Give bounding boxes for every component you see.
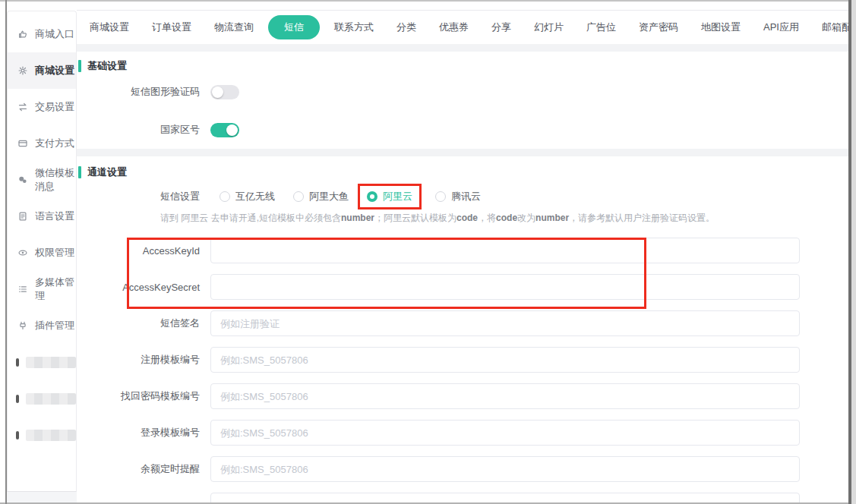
- login-template-input[interactable]: [210, 420, 800, 446]
- help-segment: code: [456, 213, 478, 223]
- radio-circle: [293, 191, 304, 202]
- trade-arrows-icon: [17, 102, 28, 112]
- tab-12[interactable]: API应用: [752, 15, 810, 39]
- field-label: 短信签名: [77, 317, 210, 330]
- sidebar-item-4[interactable]: 微信模板消息: [8, 162, 76, 198]
- tab-11[interactable]: 地图设置: [690, 15, 752, 39]
- radio-aliyun[interactable]: 阿里云: [358, 184, 422, 209]
- sidebar-item-0[interactable]: 商城入口: [8, 16, 76, 52]
- channel-settings-section: 通道设置 短信设置 互亿无线阿里大鱼阿里云腾讯云 请到 阿里云 去申请开通,短信…: [77, 156, 856, 504]
- help-segment: 改为: [517, 212, 535, 225]
- sidebar-item-9[interactable]: [8, 344, 76, 380]
- tab-7[interactable]: 分享: [480, 15, 523, 39]
- sidebar-item-10[interactable]: [8, 380, 76, 417]
- language-doc-icon: [17, 211, 28, 222]
- channel-section-title: 通道设置: [78, 165, 856, 179]
- radio-option-label: 腾讯云: [451, 190, 481, 203]
- sms-signature-input[interactable]: [210, 310, 800, 336]
- sidebar-item-8[interactable]: 插件管理: [8, 307, 76, 344]
- toggle-label: 国家区号: [77, 123, 210, 137]
- sidebar-item-2[interactable]: 交易设置: [8, 89, 76, 125]
- reset-password-template-input[interactable]: [210, 383, 800, 409]
- sms-provider-radio-row: 短信设置 互亿无线阿里大鱼阿里云腾讯云: [77, 184, 856, 209]
- toggle-row-0: 短信图形验证码: [77, 73, 856, 111]
- wechat-bubbles-icon: [17, 175, 28, 185]
- basic-section-title: 基础设置: [78, 59, 856, 73]
- app-window: 商城入口商城设置交易设置支付方式微信模板消息语言设置权限管理多媒体管理插件管理 …: [0, 0, 856, 504]
- radio-ali-dayu[interactable]: 阿里大鱼: [284, 184, 358, 209]
- sidebar-item-label: 权限管理: [35, 246, 74, 260]
- field-row-5: 登录模板编号: [77, 414, 856, 451]
- tab-8[interactable]: 幻灯片: [523, 15, 575, 39]
- radio-tencent-cloud[interactable]: 腾讯云: [426, 184, 490, 209]
- sidebar-item-7[interactable]: 多媒体管理: [8, 271, 76, 307]
- sidebar-item-label: 商城设置: [35, 64, 74, 77]
- gear-icon: [17, 65, 28, 76]
- sms-image-captcha-toggle[interactable]: [210, 85, 239, 99]
- register-template-input[interactable]: [210, 347, 800, 373]
- eye-icon: [17, 247, 28, 258]
- separator-band: [77, 44, 856, 52]
- radio-circle: [220, 191, 230, 202]
- sidebar-item-3[interactable]: 支付方式: [8, 125, 76, 162]
- toggle-row-1: 国家区号: [77, 111, 856, 149]
- sidebar-column: 商城入口商城设置交易设置支付方式微信模板消息语言设置权限管理多媒体管理插件管理: [7, 0, 77, 504]
- sidebar-item-11[interactable]: [8, 417, 76, 453]
- plugin-icon: [17, 320, 28, 331]
- sidebar-item-label: 交易设置: [35, 100, 74, 114]
- access-key-id-input[interactable]: [210, 238, 800, 263]
- redacted-icon: [16, 358, 19, 367]
- sidebar-item-5[interactable]: 语言设置: [8, 198, 76, 235]
- tab-4[interactable]: 联系方式: [323, 15, 385, 39]
- basic-settings-section: 基础设置 短信图形验证码国家区号: [77, 52, 856, 149]
- credit-card-icon: [17, 138, 28, 149]
- settings-tabbar: 商城设置订单设置物流查询短信联系方式分类优惠券分享幻灯片广告位资产密码地图设置A…: [77, 11, 856, 44]
- field-label: 找回密码模板编号: [77, 389, 210, 403]
- tab-2[interactable]: 物流查询: [203, 15, 265, 39]
- field-row-3: 注册模板编号: [77, 342, 856, 378]
- help-segment: number: [341, 213, 374, 223]
- sms-provider-label: 短信设置: [77, 190, 210, 203]
- balance-reminder-input[interactable]: [210, 456, 800, 482]
- help-segment: 请到 阿里云 去申请开通,短信模板中必须包含: [160, 212, 341, 225]
- country-code-toggle[interactable]: [210, 123, 239, 137]
- field-row-2: 短信签名: [77, 305, 856, 342]
- sidebar: 商城入口商城设置交易设置支付方式微信模板消息语言设置权限管理多媒体管理插件管理: [7, 11, 77, 492]
- media-list-icon: [17, 284, 28, 295]
- sidebar-item-label: 插件管理: [35, 319, 74, 332]
- tab-6[interactable]: 优惠券: [428, 15, 480, 39]
- help-segment: number: [535, 213, 569, 223]
- field-row-0: AccessKeyId: [77, 232, 856, 269]
- tab-10[interactable]: 资产密码: [627, 15, 690, 39]
- provider-help-text: 请到 阿里云 去申请开通,短信模板中必须包含number；阿里云默认模板为cod…: [77, 209, 856, 226]
- field-row-1: AccessKeySecret: [77, 269, 856, 305]
- tab-0[interactable]: 商城设置: [78, 15, 141, 39]
- redacted-label: [26, 357, 76, 368]
- main-content: 商城设置订单设置物流查询短信联系方式分类优惠券分享幻灯片广告位资产密码地图设置A…: [77, 10, 856, 504]
- toggle-label: 短信图形验证码: [77, 85, 210, 99]
- sidebar-item-label: 支付方式: [35, 137, 74, 150]
- radio-circle: [435, 191, 446, 202]
- radio-huyi-wuxian[interactable]: 互亿无线: [210, 184, 284, 209]
- radio-option-label: 互亿无线: [235, 190, 275, 203]
- tab-3-active[interactable]: 短信: [268, 15, 320, 39]
- tab-1[interactable]: 订单设置: [141, 15, 203, 39]
- sidebar-item-label: 商城入口: [35, 27, 74, 41]
- radio-option-label: 阿里云: [383, 190, 412, 203]
- sidebar-item-label: 多媒体管理: [35, 276, 76, 303]
- window-border-top: [0, 0, 856, 2]
- access-key-secret-input[interactable]: [210, 274, 800, 300]
- sidebar-item-6[interactable]: 权限管理: [8, 235, 76, 271]
- tab-5[interactable]: 分类: [385, 15, 428, 39]
- sidebar-item-label: 语言设置: [35, 209, 74, 223]
- tab-9[interactable]: 广告位: [575, 15, 627, 39]
- field-label: AccessKeySecret: [77, 282, 210, 293]
- radio-circle: [367, 191, 377, 202]
- sidebar-item-label: 微信模板消息: [35, 166, 76, 194]
- field-label: 余额定时提醒: [77, 462, 210, 476]
- redacted-icon: [16, 431, 19, 439]
- field-label: 登录模板编号: [77, 426, 210, 439]
- storefront-entry-icon: [17, 29, 28, 39]
- redacted-icon: [16, 395, 19, 403]
- sidebar-item-1[interactable]: 商城设置: [8, 52, 76, 89]
